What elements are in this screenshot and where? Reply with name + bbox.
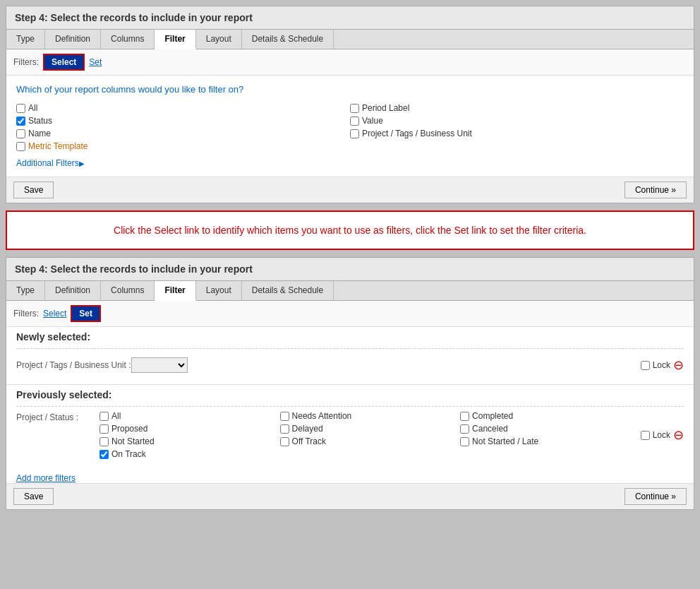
continue-button-1[interactable]: Continue » — [624, 182, 687, 198]
tab-filter-2[interactable]: Filter — [155, 281, 195, 301]
checkbox-value-input[interactable] — [350, 117, 359, 126]
status-delayed-label: Delayed — [292, 424, 323, 434]
checkbox-metric-input[interactable] — [16, 142, 25, 151]
filter-question: Which of your report columns would you l… — [16, 84, 684, 95]
continue-button-2[interactable]: Continue » — [624, 488, 687, 505]
save-button-1[interactable]: Save — [13, 182, 54, 198]
info-box: Click the Select link to identify which … — [6, 210, 694, 250]
add-more-filters-link[interactable]: Add more filters — [6, 473, 85, 483]
remove-button-2[interactable]: ⊖ — [673, 429, 684, 441]
tab-columns-1[interactable]: Columns — [101, 30, 155, 49]
checkbox-period-input[interactable] — [350, 104, 359, 113]
save-button-2[interactable]: Save — [13, 488, 54, 505]
panel-1-header: Step 4: Select the records to include in… — [6, 6, 694, 30]
info-box-text: Click the Select link to identify which … — [114, 225, 586, 236]
separator-1 — [16, 348, 684, 349]
checkbox-value-label: Value — [362, 116, 383, 126]
status-canceled: Canceled — [460, 424, 641, 434]
status-needs-input[interactable] — [280, 412, 289, 421]
status-not-started-late-input[interactable] — [460, 437, 469, 446]
tab-type-1[interactable]: Type — [6, 30, 45, 49]
left-checkboxes: All Status Name Metric Template — [16, 103, 350, 151]
status-not-started-late: Not Started / Late — [460, 436, 641, 446]
previously-selected-section: Previously selected: Project / Status : … — [6, 385, 694, 466]
status-on-track-input[interactable] — [99, 450, 109, 459]
additional-filters-link[interactable]: Additional Filters — [16, 158, 85, 168]
project-tags-filter-row: Project / Tags / Business Unit : Lock ⊖ — [16, 353, 684, 377]
status-delayed-input[interactable] — [280, 424, 289, 434]
project-status-row: Project / Status : All Proposed Not Star… — [16, 411, 684, 459]
tab-layout-2[interactable]: Layout — [196, 281, 242, 300]
tab-details-schedule-2[interactable]: Details & Schedule — [242, 281, 334, 300]
project-tags-select[interactable] — [131, 357, 188, 373]
status-off-track-input[interactable] — [280, 437, 289, 446]
footer-bar-2: Save Continue » — [6, 483, 694, 509]
status-delayed: Delayed — [280, 424, 461, 434]
panel-2-header: Step 4: Select the records to include in… — [6, 258, 694, 281]
remove-button-1[interactable]: ⊖ — [673, 359, 684, 371]
checkbox-period-label-text: Period Label — [362, 103, 409, 113]
status-col-3: Completed Canceled Not Started / Late — [460, 411, 641, 459]
status-needs-label: Needs Attention — [292, 411, 352, 421]
status-not-started-late-label: Not Started / Late — [472, 436, 538, 446]
checkbox-value: Value — [350, 116, 684, 126]
footer-bar-1: Save Continue » — [6, 177, 694, 203]
tab-layout-1[interactable]: Layout — [196, 30, 242, 49]
status-all-input[interactable] — [99, 412, 109, 421]
status-completed-input[interactable] — [460, 412, 469, 421]
checkbox-all-input[interactable] — [16, 104, 25, 113]
checkbox-name-input[interactable] — [16, 129, 25, 138]
set-button-2[interactable]: Set — [71, 305, 101, 322]
right-checkboxes: Period Label Value Project / Tags / Busi… — [350, 103, 684, 151]
set-link-1[interactable]: Set — [89, 57, 102, 67]
checkbox-project-tags-input[interactable] — [350, 129, 359, 138]
lock-area-1: Lock ⊖ — [641, 359, 684, 371]
tab-type-2[interactable]: Type — [6, 281, 45, 300]
panel-1: Step 4: Select the records to include in… — [6, 6, 694, 203]
status-completed-label: Completed — [472, 411, 513, 421]
select-button-1[interactable]: Select — [43, 54, 85, 71]
checkbox-metric-label: Metric Template — [28, 141, 88, 151]
status-all-label: All — [111, 411, 121, 421]
filters-bar-2: Filters: Select Set — [6, 301, 694, 327]
separator-2 — [16, 406, 684, 407]
tab-definition-1[interactable]: Definition — [45, 30, 101, 49]
project-status-label: Project / Status : — [16, 411, 94, 422]
newly-selected-title: Newly selected: — [16, 331, 684, 343]
status-on-track-label: On Track — [111, 449, 146, 459]
lock-area-2: Lock ⊖ — [641, 411, 684, 459]
checkbox-metric-template: Metric Template — [16, 141, 350, 151]
status-proposed-input[interactable] — [99, 424, 109, 434]
checkbox-project-tags-label: Project / Tags / Business Unit — [362, 129, 472, 138]
select-link-2[interactable]: Select — [43, 309, 66, 319]
lock-label-1: Lock — [653, 360, 670, 370]
status-col-1: All Proposed Not Started On Track — [99, 411, 280, 459]
filters-bar-1: Filters: Select Set — [6, 49, 694, 76]
content-area-1: Which of your report columns would you l… — [6, 76, 694, 177]
panel-2: Step 4: Select the records to include in… — [6, 257, 694, 510]
tab-bar-2: Type Definition Columns Filter Layout De… — [6, 281, 694, 301]
tab-filter-1[interactable]: Filter — [155, 30, 195, 49]
checkbox-status-input[interactable] — [16, 117, 25, 126]
status-needs-attention: Needs Attention — [280, 411, 461, 421]
tab-definition-2[interactable]: Definition — [45, 281, 101, 300]
status-all: All — [99, 411, 280, 421]
tab-details-schedule-1[interactable]: Details & Schedule — [242, 30, 334, 49]
status-canceled-input[interactable] — [460, 424, 469, 434]
previously-selected-title: Previously selected: — [16, 389, 684, 400]
checkbox-period-label: Period Label — [350, 103, 684, 113]
checkbox-all: All — [16, 103, 350, 113]
checkbox-status-label: Status — [28, 116, 52, 126]
filters-label-1: Filters: — [13, 57, 39, 67]
tab-bar-1: Type Definition Columns Filter Layout De… — [6, 30, 694, 49]
lock-checkbox-2[interactable] — [641, 431, 650, 440]
checkbox-name-label: Name — [28, 129, 51, 138]
lock-checkbox-1[interactable] — [641, 361, 650, 370]
status-not-started-input[interactable] — [99, 437, 109, 446]
status-off-track: Off Track — [280, 436, 461, 446]
status-not-started: Not Started — [99, 436, 280, 446]
tab-columns-2[interactable]: Columns — [101, 281, 155, 300]
lock-label-2: Lock — [653, 430, 670, 440]
checkbox-all-label: All — [28, 103, 37, 113]
status-col-2: Needs Attention Delayed Off Track — [280, 411, 461, 459]
